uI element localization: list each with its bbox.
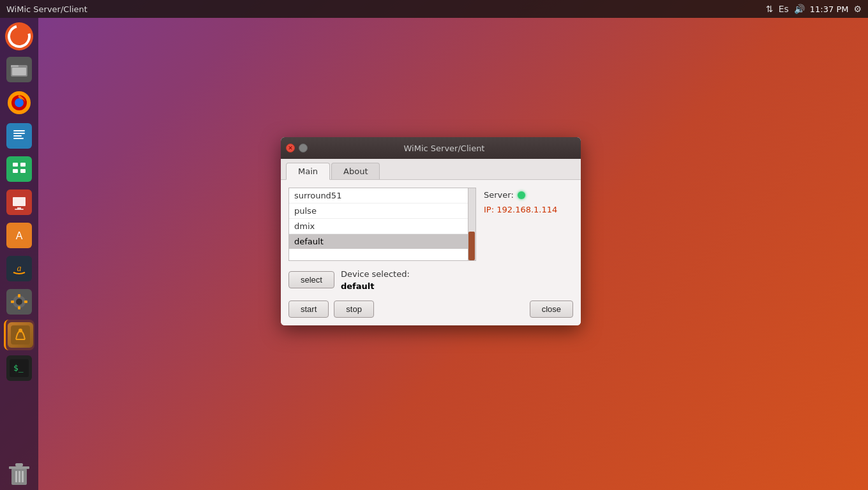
- sidebar-item-ubuntu[interactable]: [4, 21, 34, 52]
- firefox-icon: [6, 90, 32, 115]
- settings-icon[interactable]: ⚙: [853, 4, 862, 14]
- top-bar: WiMic Server/Client ⇅ Es 🔊 11:37 PM ⚙: [0, 0, 868, 18]
- svg-rect-27: [18, 306, 20, 309]
- svg-rect-19: [15, 209, 24, 210]
- svg-point-32: [19, 329, 22, 332]
- sysconfig-icon: [6, 289, 32, 315]
- device-item-default[interactable]: default: [289, 234, 475, 249]
- start-button[interactable]: start: [288, 301, 329, 318]
- device-selected-info: Device selected: default: [341, 267, 410, 292]
- main-content: surround51 pulse dmix default Server: IP…: [288, 188, 573, 261]
- impress-icon: [6, 189, 32, 215]
- svg-rect-7: [13, 130, 25, 131]
- svg-rect-30: [11, 325, 30, 345]
- network-icon[interactable]: ⇅: [766, 4, 774, 14]
- svg-rect-1: [11, 65, 19, 67]
- top-bar-left: WiMic Server/Client: [6, 4, 87, 14]
- svg-text:A: A: [16, 230, 23, 241]
- sidebar-item-trash[interactable]: [4, 459, 34, 490]
- app-window: ✕ WiMic Server/Client Main About surroun…: [281, 137, 581, 325]
- ubuntu-logo-icon: [5, 22, 33, 50]
- stop-button[interactable]: stop: [334, 301, 374, 318]
- server-status-dot: [518, 191, 525, 199]
- sidebar-item-terminal[interactable]: $_: [4, 353, 34, 383]
- appstore-icon: A: [6, 223, 32, 248]
- svg-rect-26: [18, 294, 20, 297]
- svg-rect-10: [13, 138, 24, 139]
- svg-rect-36: [15, 471, 17, 482]
- tab-main[interactable]: Main: [286, 163, 330, 180]
- sidebar-item-sysconfig[interactable]: [4, 286, 34, 317]
- sidebar-item-appstore[interactable]: A: [4, 220, 34, 251]
- scrollbar[interactable]: [468, 188, 475, 260]
- svg-text:$_: $_: [13, 363, 24, 373]
- svg-rect-13: [20, 163, 26, 167]
- top-bar-right: ⇅ Es 🔊 11:37 PM ⚙: [766, 4, 862, 14]
- svg-rect-40: [15, 463, 23, 466]
- server-info: Server: IP: 192.168.1.114: [484, 188, 573, 261]
- svg-rect-11: [10, 160, 28, 178]
- window-minimize-button[interactable]: [299, 144, 308, 152]
- server-status: Server:: [484, 190, 573, 200]
- scrollbar-thumb[interactable]: [468, 232, 475, 260]
- bottom-buttons: start stop close: [288, 301, 573, 318]
- device-item-surround51[interactable]: surround51: [289, 188, 475, 204]
- svg-point-25: [16, 299, 22, 305]
- window-controls: ✕: [286, 144, 308, 152]
- device-selected-label: Device selected:: [341, 269, 410, 279]
- ip-label: IP:: [484, 205, 494, 214]
- calc-icon: [6, 156, 32, 182]
- files-icon: [6, 57, 32, 82]
- svg-rect-17: [13, 197, 26, 206]
- svg-rect-9: [13, 135, 22, 137]
- device-list-container: surround51 pulse dmix default: [288, 188, 476, 261]
- window-close-button[interactable]: ✕: [286, 144, 295, 152]
- svg-text:a: a: [17, 264, 22, 273]
- volume-icon[interactable]: 🔊: [794, 4, 805, 14]
- playback-controls: start stop: [288, 301, 374, 318]
- topbar-title: WiMic Server/Client: [6, 4, 87, 14]
- server-label: Server:: [484, 190, 514, 200]
- server-ip: IP: 192.168.1.114: [484, 205, 573, 214]
- ip-value: 192.168.1.114: [497, 205, 557, 214]
- device-item-dmix[interactable]: dmix: [289, 219, 475, 234]
- wimic-icon: [8, 322, 33, 348]
- svg-point-5: [15, 98, 24, 107]
- tab-bar: Main About: [281, 159, 581, 180]
- window-body: surround51 pulse dmix default Server: IP…: [281, 180, 581, 325]
- svg-rect-38: [22, 471, 24, 482]
- svg-rect-12: [13, 163, 18, 167]
- window-title: WiMic Server/Client: [313, 144, 576, 153]
- select-area: select Device selected: default: [288, 267, 573, 292]
- window-titlebar: ✕ WiMic Server/Client: [281, 137, 581, 159]
- device-list[interactable]: surround51 pulse dmix default: [289, 188, 475, 260]
- sidebar-item-amazon[interactable]: a: [4, 253, 34, 284]
- sidebar-dock: A a $_: [0, 18, 38, 490]
- svg-rect-15: [20, 169, 26, 173]
- device-selected-value: default: [341, 281, 374, 291]
- svg-rect-39: [9, 466, 29, 469]
- sidebar-item-wimic[interactable]: [4, 320, 34, 350]
- svg-rect-8: [13, 133, 25, 134]
- svg-rect-28: [11, 301, 14, 303]
- svg-rect-29: [24, 301, 27, 303]
- select-button[interactable]: select: [288, 271, 334, 288]
- writer-icon: [6, 123, 32, 149]
- sidebar-item-files[interactable]: [4, 54, 34, 85]
- tab-about[interactable]: About: [331, 163, 380, 179]
- sidebar-item-firefox[interactable]: [4, 87, 34, 118]
- sidebar-item-writer[interactable]: [4, 121, 34, 151]
- clock: 11:37 PM: [810, 4, 849, 14]
- device-item-pulse[interactable]: pulse: [289, 204, 475, 219]
- keyboard-icon[interactable]: Es: [779, 4, 789, 14]
- trash-icon: [6, 462, 32, 487]
- svg-rect-14: [13, 169, 18, 173]
- svg-rect-37: [19, 471, 20, 482]
- sidebar-item-calc[interactable]: [4, 154, 34, 184]
- sidebar-item-impress[interactable]: [4, 187, 34, 218]
- terminal-icon: $_: [6, 355, 32, 381]
- amazon-icon: a: [6, 256, 32, 281]
- close-button[interactable]: close: [530, 301, 573, 318]
- svg-rect-2: [12, 68, 26, 75]
